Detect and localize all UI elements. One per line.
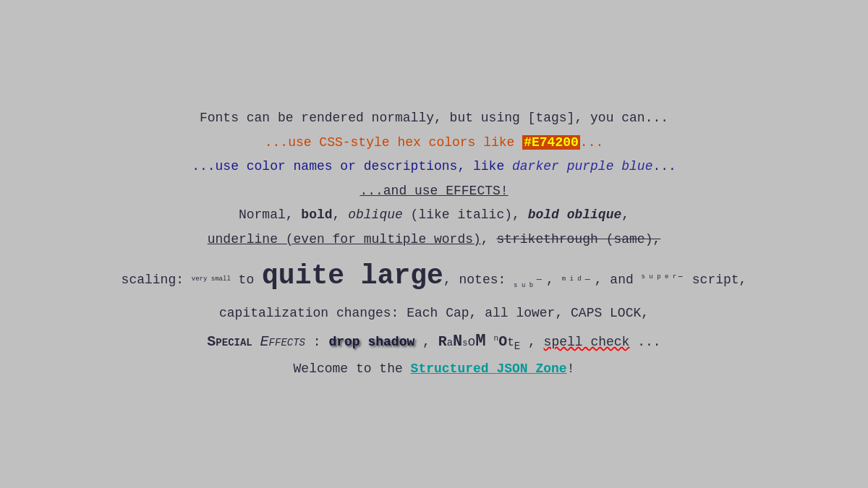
line2-before: ...use CSS-style hex colors like: [265, 135, 522, 150]
end9: ...: [637, 335, 660, 349]
super-dash: ⁻: [676, 273, 684, 287]
ransom-o: o: [468, 335, 476, 349]
mid-text: m i d: [562, 276, 582, 283]
and-text: , and: [595, 273, 642, 287]
line-6: underline (even for multiple words), str…: [122, 228, 747, 252]
very-small-text: very small: [192, 276, 231, 283]
welcome-before: Welcome to the: [294, 361, 411, 376]
ransom-N: N: [453, 333, 462, 351]
line-5: Normal, bold, oblique (like italic), bol…: [122, 204, 747, 227]
drop-shadow-text: drop shadow: [328, 335, 414, 349]
super-text: s u p e r: [642, 273, 677, 281]
bold-oblique-text: bold oblique: [528, 207, 622, 222]
line-4: ...and use EFFECTS!: [122, 180, 747, 203]
oblique-text: oblique: [348, 207, 403, 222]
comma9b: ,: [528, 335, 544, 349]
ransom-t: t: [507, 336, 514, 349]
effects-text: Effects: [260, 333, 305, 350]
normal-label: Normal,: [239, 207, 301, 222]
cap-comma3: ,: [641, 306, 649, 320]
end5: ,: [621, 207, 629, 222]
line4-text: ...and use EFFECTS!: [359, 184, 508, 198]
sub-text: s u b: [514, 282, 533, 289]
special-text: Special: [207, 333, 252, 350]
line2-after: ...: [580, 135, 603, 150]
line3-after: ...: [652, 159, 676, 174]
script-text: script,: [684, 273, 746, 287]
ransom-space: [486, 335, 494, 349]
cap-comma2: ,: [555, 306, 571, 320]
mid-dash: ﹣: [582, 273, 595, 287]
line3-before: ...use color names or descriptions, like: [192, 159, 512, 174]
line1-text: Fonts can be rendered normally, but usin…: [200, 111, 668, 125]
line-2: ...use CSS-style hex colors like #E74200…: [122, 132, 747, 155]
colon9: :: [313, 335, 329, 349]
cap-before: capitalization changes:: [219, 306, 407, 320]
ransom-E: E: [514, 341, 520, 352]
ransom-R: R: [438, 333, 447, 350]
hex-value: #E74200: [522, 135, 580, 150]
sub-dash: ﹣: [533, 273, 546, 287]
darker-purple-blue-text: darker purple blue: [512, 159, 652, 174]
comma1: ,: [333, 207, 349, 222]
spell-check-text: spell check: [544, 335, 630, 349]
notes-label: , notes:: [443, 273, 514, 287]
line-1: Fonts can be rendered normally, but usin…: [122, 107, 747, 130]
line-8: capitalization changes: Each Cap, all lo…: [122, 302, 747, 325]
quite-large-text: quite large: [262, 260, 443, 291]
line-9: Special Effects : drop shadow , RaNsoM n…: [122, 326, 747, 356]
bold-text: bold: [301, 207, 332, 222]
underline-text: underline (even for multiple words): [208, 232, 481, 247]
main-content: Fonts can be rendered normally, but usin…: [122, 106, 747, 382]
caps-lock-text: caps lock: [571, 306, 641, 320]
paren-text: (like italic),: [403, 207, 528, 222]
comma9: ,: [422, 335, 438, 349]
all-lower-text: all lower: [485, 306, 555, 320]
ransom-O: O: [498, 333, 507, 350]
json-zone-link[interactable]: Structured JSON Zone: [411, 361, 567, 376]
each-cap-text: Each Cap: [407, 306, 469, 320]
comma7: ,: [546, 273, 562, 287]
scaling-label: scaling:: [122, 273, 192, 287]
welcome-after: !: [567, 361, 575, 376]
comma6: ,: [481, 232, 497, 247]
ransom-M: M: [475, 331, 485, 351]
to-text: to: [231, 273, 262, 287]
ransom-text: RaNsoM nOtE: [438, 335, 521, 349]
ransom-s: s: [462, 338, 467, 348]
ransom-a: a: [447, 337, 453, 348]
strikethrough-text: strikethrough (same),: [496, 232, 660, 247]
line-10: Welcome to the Structured JSON Zone!: [122, 358, 747, 381]
line-7: scaling: very small to quite large, note…: [122, 252, 747, 301]
cap-comma1: ,: [469, 306, 485, 320]
line-3: ...use color names or descriptions, like…: [122, 155, 747, 179]
